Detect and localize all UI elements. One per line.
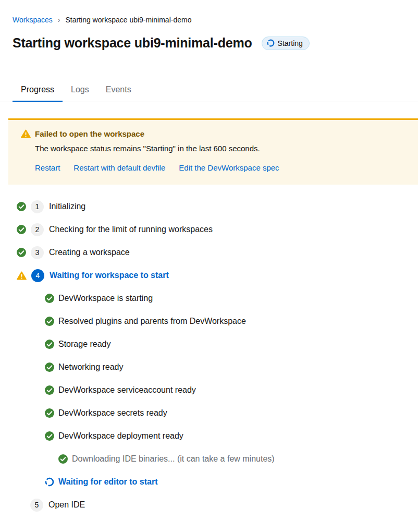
step-label: DevWorkspace serviceaccount ready — [58, 385, 196, 395]
edit-devworkspace-spec-link[interactable]: Edit the DevWorkspace spec — [179, 163, 279, 172]
progress-step-list: 1 Initializing 2 Checking for the limit … — [0, 195, 418, 516]
tab-bar: Progress Logs Events — [0, 80, 418, 102]
progress-substep-serviceaccount-ready: DevWorkspace serviceaccount ready — [0, 379, 418, 402]
page-title: Starting workspace ubi9-minimal-demo — [13, 35, 252, 51]
step-label: Networking ready — [58, 362, 124, 372]
warning-alert: Failed to open the workspace The workspa… — [8, 118, 418, 185]
check-circle-icon — [45, 362, 54, 372]
status-badge: Starting — [262, 37, 310, 50]
step-label: Initializing — [49, 202, 85, 211]
warning-triangle-icon — [17, 271, 27, 280]
in-progress-icon — [267, 39, 275, 47]
progress-substep-devworkspace-starting: DevWorkspace is starting — [0, 287, 418, 310]
progress-step-creating-workspace: 3 Creating a workspace — [0, 241, 418, 264]
check-circle-icon — [17, 202, 26, 211]
progress-substep-secrets-ready: DevWorkspace secrets ready — [0, 402, 418, 425]
in-progress-icon — [45, 477, 54, 487]
step-number-badge: 3 — [31, 246, 44, 259]
progress-substep-waiting-editor-start: Waiting for editor to start — [0, 470, 418, 493]
tab-progress[interactable]: Progress — [13, 80, 63, 102]
progress-step-waiting-workspace-start: 4 Waiting for workspace to start — [0, 264, 418, 287]
check-circle-icon — [45, 431, 54, 441]
step-label: Open IDE — [48, 500, 85, 510]
alert-actions: Restart Restart with default devfile Edi… — [35, 163, 405, 172]
check-circle-icon — [45, 385, 54, 395]
step-number-badge: 1 — [31, 200, 44, 213]
page-header: Starting workspace ubi9-minimal-demo Sta… — [13, 35, 405, 51]
step-label: DevWorkspace secrets ready — [58, 408, 167, 418]
step-number-badge: 2 — [31, 223, 44, 236]
step-number-badge: 4 — [31, 269, 44, 282]
progress-step-initializing: 1 Initializing — [0, 195, 418, 218]
step-label: Downloading IDE binaries... (it can take… — [72, 454, 275, 464]
check-circle-icon — [45, 408, 54, 418]
progress-substep-storage-ready: Storage ready — [0, 333, 418, 356]
step-number-badge: 5 — [30, 499, 43, 512]
restart-link[interactable]: Restart — [35, 163, 60, 172]
progress-substep-downloading-ide-binaries: Downloading IDE binaries... (it can take… — [0, 448, 418, 470]
tab-logs[interactable]: Logs — [63, 80, 97, 102]
alert-title: Failed to open the workspace — [35, 129, 144, 138]
progress-step-limit-check: 2 Checking for the limit of running work… — [0, 218, 418, 241]
breadcrumb-separator-icon: › — [58, 16, 60, 24]
step-label: DevWorkspace is starting — [58, 294, 153, 303]
step-label: DevWorkspace deployment ready — [58, 431, 183, 441]
check-circle-icon — [17, 225, 26, 234]
progress-step-open-ide: 5 Open IDE — [0, 493, 418, 516]
check-circle-icon — [17, 248, 26, 257]
step-label: Creating a workspace — [49, 248, 130, 257]
progress-substep-resolved-plugins: Resolved plugins and parents from DevWor… — [0, 310, 418, 333]
step-label: Waiting for workspace to start — [50, 271, 169, 280]
tab-events[interactable]: Events — [97, 80, 140, 102]
check-circle-icon — [45, 317, 54, 326]
status-badge-label: Starting — [278, 39, 303, 47]
restart-default-devfile-link[interactable]: Restart with default devfile — [73, 163, 165, 172]
check-circle-icon — [45, 340, 54, 349]
step-label: Waiting for editor to start — [58, 477, 158, 487]
progress-substep-networking-ready: Networking ready — [0, 356, 418, 379]
step-label: Storage ready — [58, 340, 111, 349]
step-label: Checking for the limit of running worksp… — [49, 225, 213, 234]
breadcrumb-link-workspaces[interactable]: Workspaces — [13, 16, 53, 24]
warning-triangle-icon — [21, 129, 31, 138]
progress-substep-deployment-ready: DevWorkspace deployment ready — [0, 425, 418, 448]
step-label: Resolved plugins and parents from DevWor… — [58, 317, 246, 326]
alert-description: The workspace status remains "Starting" … — [35, 144, 405, 153]
check-circle-icon — [58, 454, 68, 464]
breadcrumb-current-item: Starting workspace ubi9-minimal-demo — [65, 16, 191, 24]
check-circle-icon — [45, 294, 54, 303]
breadcrumb: Workspaces › Starting workspace ubi9-min… — [0, 0, 418, 24]
